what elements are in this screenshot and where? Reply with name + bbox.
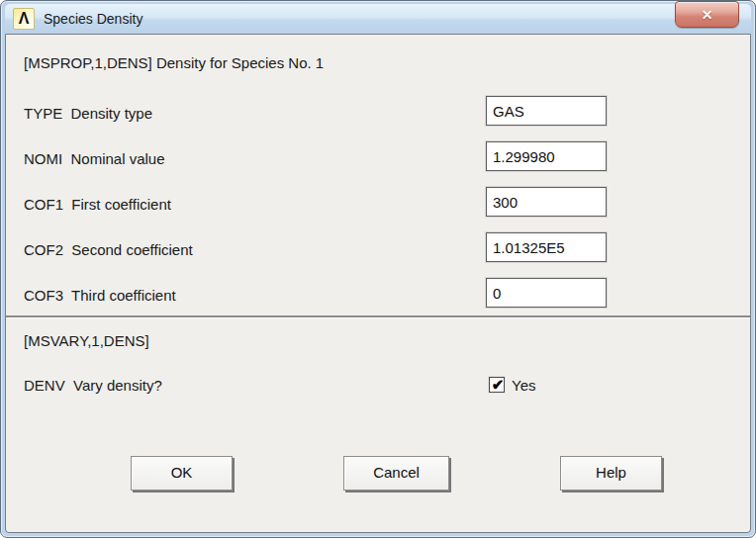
field-label-cof1: COF1 First coefficient xyxy=(24,196,171,213)
field-label-cof3: COF3 Third coefficient xyxy=(24,287,176,304)
field-label-denv: DENV Vary density? xyxy=(24,377,162,394)
section-divider xyxy=(6,315,750,318)
field-label-cof2: COF2 Second coefficient xyxy=(24,241,193,258)
checkmark-icon: ✔ xyxy=(492,377,505,392)
field-label-nomi: NOMI Nominal value xyxy=(24,150,165,167)
vary-density-checkbox[interactable]: ✔ xyxy=(489,377,505,393)
field-label-type: TYPE Density type xyxy=(24,105,152,122)
command-header-msprop: [MSPROP,1,DENS] Density for Species No. … xyxy=(24,54,324,71)
species-density-dialog: Λ Species Density ✕ [MSPROP,1,DENS] Dens… xyxy=(0,0,756,538)
cancel-button[interactable]: Cancel xyxy=(343,456,449,491)
nominal-value-input[interactable] xyxy=(486,141,607,171)
help-button[interactable]: Help xyxy=(560,456,662,491)
command-header-msvary: [MSVARY,1,DENS] xyxy=(24,332,149,349)
close-icon: ✕ xyxy=(702,8,713,22)
window-title: Species Density xyxy=(44,11,142,27)
dialog-body: [MSPROP,1,DENS] Density for Species No. … xyxy=(5,34,751,533)
ok-button[interactable]: OK xyxy=(131,456,233,491)
third-coefficient-input[interactable] xyxy=(486,278,607,308)
close-button[interactable]: ✕ xyxy=(675,1,739,28)
first-coefficient-input[interactable] xyxy=(486,187,607,217)
ansys-logo-icon: Λ xyxy=(13,8,35,30)
vary-density-checkbox-label: Yes xyxy=(512,377,535,394)
titlebar[interactable]: Λ Species Density xyxy=(5,4,751,34)
type-density-input[interactable] xyxy=(486,96,607,126)
second-coefficient-input[interactable] xyxy=(486,232,607,262)
